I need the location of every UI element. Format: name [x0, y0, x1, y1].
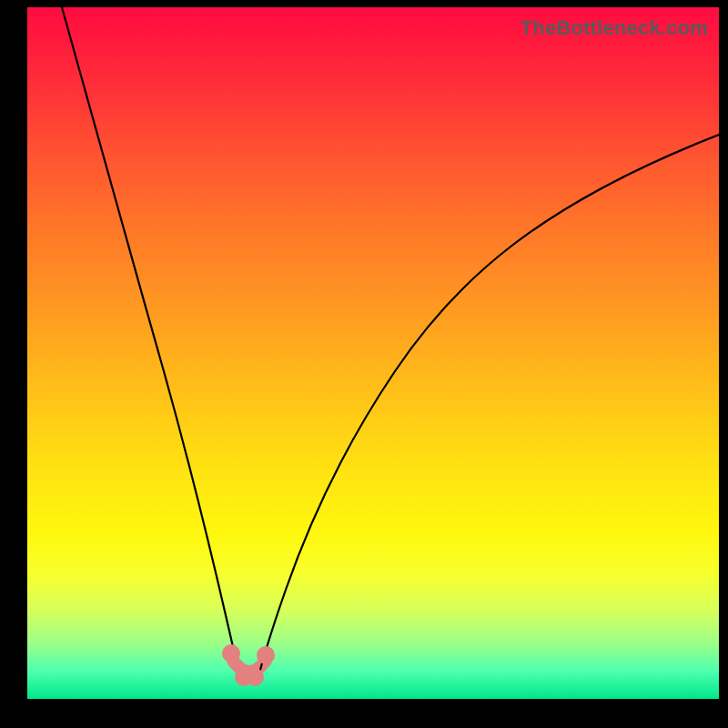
curve-right-branch	[260, 135, 719, 670]
bottleneck-curve	[27, 7, 719, 699]
trough-marker-dot	[246, 668, 264, 686]
chart-plot-area: TheBottleneck.com	[27, 7, 719, 699]
trough-marker-dot	[222, 644, 240, 662]
curve-left-branch	[62, 7, 238, 670]
trough-marker-dot	[257, 646, 275, 664]
